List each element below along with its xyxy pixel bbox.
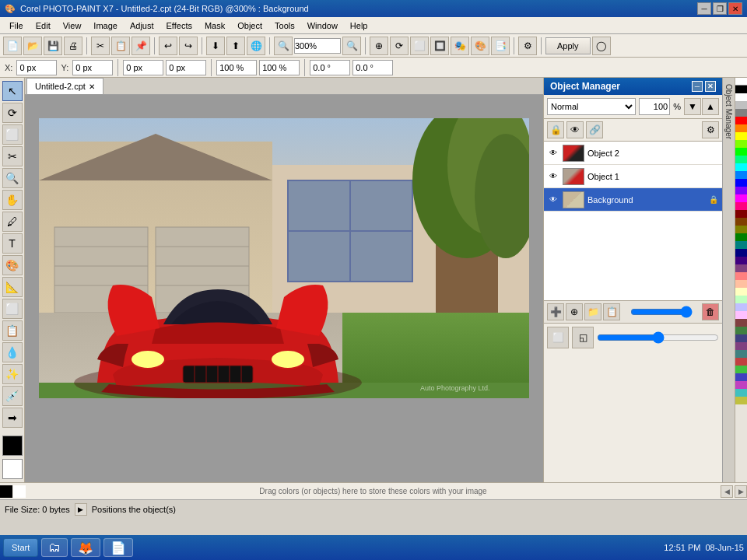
layer-item-background[interactable]: Background [544,188,722,212]
opacity-slider[interactable] [630,306,693,318]
redo-button[interactable]: ↪ [179,37,198,55]
export-button[interactable]: ⬆ [226,37,245,55]
color-brown[interactable] [735,218,747,226]
color-olive[interactable] [735,226,747,233]
layer-item-object2[interactable]: Object 2 [544,142,722,165]
move-button[interactable]: ⊕ [370,37,388,55]
start-button[interactable]: Start [3,538,38,557]
menu-adjust[interactable]: Adjust [124,19,160,32]
menu-object[interactable]: Object [231,19,268,32]
color-blue[interactable] [735,179,747,187]
color-cobalt[interactable] [735,373,747,381]
tool-dodge[interactable]: 💧 [2,342,23,362]
more-button[interactable]: ◯ [592,37,611,55]
menu-help[interactable]: Help [344,19,374,32]
color-black[interactable] [735,86,747,93]
color-red[interactable] [735,117,747,124]
color-spring[interactable] [735,156,747,163]
color-forest[interactable] [735,327,747,334]
tool-interactive[interactable]: ➡ [2,408,23,428]
color-maroon[interactable] [735,210,747,218]
blend-mode-select[interactable]: Normal [547,98,636,115]
obj-manager-close[interactable]: ✕ [705,81,716,92]
color-grape[interactable] [735,342,747,350]
rotate-button[interactable]: ⟳ [390,37,409,55]
tool-dropper[interactable]: 💉 [2,386,23,406]
x-input[interactable]: 0 px [16,60,57,75]
history-color2[interactable] [13,485,26,498]
tool-crop[interactable]: ✂ [2,146,23,166]
drag-next-btn[interactable]: ▶ [735,485,747,498]
taskbar-app-explorer[interactable]: 🗂 [41,538,68,557]
color-none[interactable] [735,78,747,86]
cut-button[interactable]: ✂ [91,37,110,55]
color-sienna[interactable] [735,319,747,327]
foreground-color[interactable] [2,436,23,456]
zoom-input[interactable]: 300% [294,38,341,54]
copy-button[interactable]: 📋 [111,37,130,55]
layer-eye-object2[interactable] [547,147,559,159]
select-all-button[interactable]: ⬜ [410,37,429,55]
layer-eye-object1[interactable] [547,170,559,183]
drag-prev-btn[interactable]: ◀ [721,485,733,498]
tool-fill[interactable]: 🎨 [2,255,23,275]
zoom-in-button[interactable]: 🔍 [342,37,361,55]
color-silver[interactable] [735,101,747,109]
color-navy[interactable] [735,249,747,257]
menu-tools[interactable]: Tools [268,19,301,32]
tool-effect[interactable]: ✨ [2,364,23,384]
layer-item-object1[interactable]: Object 1 [544,165,722,188]
color-mint[interactable] [735,296,747,303]
color-brick[interactable] [735,358,747,366]
group-btn[interactable]: 📁 [584,303,601,320]
color-cerulean[interactable] [735,350,747,358]
menu-file[interactable]: File [3,19,30,32]
menu-mask[interactable]: Mask [198,19,231,32]
open-button[interactable]: 📂 [23,37,42,55]
deselect-button[interactable]: 🔲 [430,37,449,55]
color-teal[interactable] [735,241,747,249]
transform-btn1[interactable]: ⬜ [547,327,569,348]
zoom-out-button[interactable]: 🔍 [274,37,293,55]
menu-window[interactable]: Window [301,19,344,32]
taskbar-app-firefox[interactable]: 🦊 [71,538,100,557]
color-plum[interactable] [735,264,747,272]
side-label-tab[interactable]: Object Manager [722,78,735,482]
add-layer-btn[interactable]: ➕ [547,303,564,320]
opacity-input[interactable]: 100 [639,98,670,115]
save-button[interactable]: 💾 [44,37,62,55]
restore-button[interactable]: ❐ [713,2,727,15]
undo-button[interactable]: ↩ [159,37,177,55]
taskbar-app-reader[interactable]: 📄 [103,538,133,557]
menu-edit[interactable]: Edit [30,19,57,32]
publish-button[interactable]: 🌐 [247,37,265,55]
lock-all-btn[interactable]: 🔒 [547,121,564,138]
print-button[interactable]: 🖨 [64,37,82,55]
layer-eye-background[interactable] [547,194,559,206]
color-peach[interactable] [735,280,747,288]
color-cream[interactable] [735,288,747,296]
color-white[interactable] [735,93,747,101]
color-slate[interactable] [735,334,747,342]
layer-button[interactable]: 📑 [491,37,510,55]
options-btn[interactable]: ⚙ [518,37,537,55]
tool-eraser[interactable]: ⬜ [2,299,23,319]
color-cyan[interactable] [735,163,747,171]
obj-manager-minimize[interactable]: ─ [692,81,703,92]
menu-image[interactable]: Image [87,19,124,32]
opacity-minus-btn[interactable]: ▼ [684,98,701,115]
color-turquoise[interactable] [735,389,747,397]
tool-pan[interactable]: ✋ [2,190,23,210]
tool-rotate[interactable]: ⟳ [2,103,23,123]
width-input[interactable]: 0 px [123,60,163,75]
y-input[interactable]: 0 px [72,60,113,75]
menu-effects[interactable]: Effects [160,19,198,32]
color-button[interactable]: 🎨 [471,37,489,55]
color-azure[interactable] [735,171,747,179]
height-pct-input[interactable]: 100 % [259,60,300,75]
tool-shape[interactable]: 📐 [2,277,23,297]
transform-btn2[interactable]: ◱ [572,327,594,348]
color-green[interactable] [735,148,747,156]
duplicate-btn[interactable]: 📋 [603,303,620,320]
import-button[interactable]: ⬇ [206,37,225,55]
